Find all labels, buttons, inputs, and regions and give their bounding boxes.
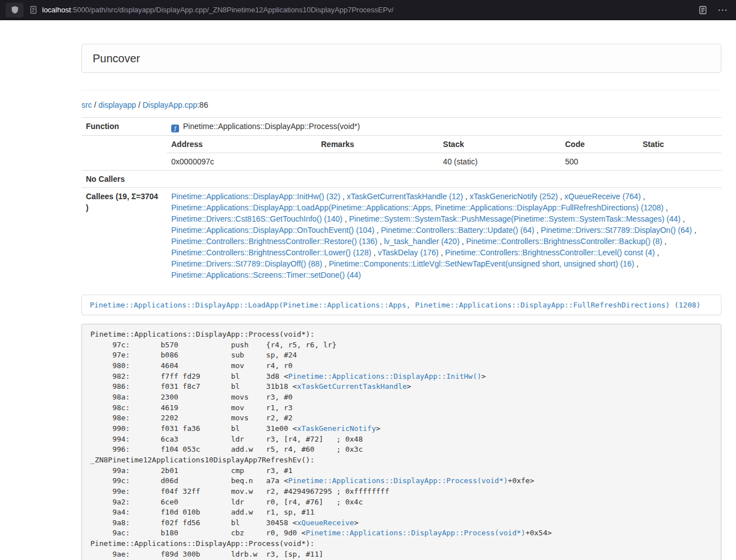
symbol-panel: Pinetime::Applications::DisplayApp::Load…	[81, 295, 721, 315]
disassembly-line: Pinetime::Applications::DisplayApp::Proc…	[90, 329, 712, 340]
stack-value: 40 (static)	[438, 153, 560, 171]
symbol-panel-link[interactable]: Pinetime::Applications::DisplayApp::Load…	[90, 301, 701, 309]
callee-link[interactable]: Pinetime::Controllers::BrightnessControl…	[171, 248, 371, 257]
function-table: Function ƒPinetime::Applications::Displa…	[81, 117, 721, 283]
callee-link[interactable]: Pinetime::Controllers::BrightnessControl…	[466, 237, 662, 246]
column-header-static: Static	[638, 136, 721, 153]
empty-row-label	[81, 136, 167, 171]
column-header-address: Address	[167, 136, 317, 153]
code-value: 500	[560, 153, 638, 171]
function-row-label: Function	[81, 118, 167, 136]
callee-link[interactable]: Pinetime::Applications::DisplayApp::OnTo…	[171, 226, 374, 235]
breadcrumb-link[interactable]: src	[81, 100, 92, 109]
callee-link[interactable]: vTaskDelay (176)	[378, 248, 438, 257]
page-container: Puncover src / displayapp / DisplayApp.c…	[81, 44, 721, 560]
disassembly-line: 99a: 2b01 cmp r3, #1	[90, 466, 712, 476]
disassembly-line: 9a2: 6ce0 ldr r0, [r4, #76] ; 0x4c	[90, 497, 712, 508]
callee-link[interactable]: Pinetime::Drivers::Cst816S::GetTouchInfo…	[171, 214, 342, 223]
disassembly-line: _ZN8Pinetime12Applications10DisplayApp7R…	[90, 455, 712, 466]
disassembly-line: 994: 6ca3 ldr r3, [r4, #72] ; 0x48	[90, 434, 712, 445]
disassembly-line: 97c: b570 push {r4, r5, r6, lr}	[90, 340, 712, 351]
column-header-stack: Stack	[438, 136, 560, 153]
address-table-row: AddressRemarksStackCodeStatic 0x0000097c…	[81, 136, 721, 171]
no-callers-label: No Callers	[81, 171, 167, 188]
app-title-panel: Puncover	[81, 44, 721, 73]
page-icon	[29, 6, 38, 14]
callees-label: Callees (19, Σ=3704 )	[81, 188, 167, 284]
disassembly-line: 9ac: b180 cbz r0, 9d0 <Pinetime::Applica…	[90, 528, 712, 539]
breadcrumb-link[interactable]: DisplayApp.cpp	[143, 100, 197, 109]
disassembly-line: 98a: 2300 movs r3, #0	[90, 392, 712, 403]
symbol-link[interactable]: Pinetime::Applications::DisplayApp::Init…	[288, 372, 481, 380]
callee-link[interactable]: Pinetime::Drivers::St7789::DisplayOn() (…	[541, 226, 692, 235]
tracking-protection-button[interactable]	[6, 3, 24, 17]
static-value	[638, 153, 721, 171]
function-icon: ƒ	[171, 125, 179, 132]
no-callers-row: No Callers	[81, 171, 721, 188]
address-table-value-row: 0x0000097c 40 (static) 500	[167, 153, 721, 171]
address-value: 0x0000097c	[167, 153, 317, 171]
more-menu-button[interactable]: ⋯	[717, 5, 728, 15]
disassembly-line: 990: f031 fa36 bl 31e00 <xTaskGenericNot…	[90, 424, 712, 434]
no-callers-cell	[167, 171, 721, 188]
address-table-header-row: AddressRemarksStackCodeStatic	[167, 136, 721, 153]
callee-link[interactable]: Pinetime::Applications::DisplayApp::Init…	[171, 192, 340, 201]
disassembly-code: Pinetime::Applications::DisplayApp::Proc…	[81, 324, 721, 560]
callees-row: Callees (19, Σ=3704 ) Pinetime::Applicat…	[81, 188, 721, 284]
symbol-link[interactable]: xTaskGenericNotify	[297, 424, 376, 433]
url-host: localhost	[42, 6, 71, 14]
disassembly-line: 99c: d06d beq.n a7a <Pinetime::Applicati…	[90, 476, 712, 486]
address-table-cell: AddressRemarksStackCodeStatic 0x0000097c…	[167, 136, 721, 171]
symbol-link[interactable]: Pinetime::Applications::DisplayApp::Proc…	[306, 529, 525, 537]
disassembly-line: 982: f7ff fd29 bl 3d8 <Pinetime::Applica…	[90, 371, 712, 382]
toolbar-actions: ⋯	[698, 5, 728, 15]
callee-link[interactable]: Pinetime::Components::LittleVgl::SetNewT…	[329, 259, 634, 268]
callee-link[interactable]: Pinetime::Applications::Screens::Timer::…	[171, 270, 361, 279]
address-table: AddressRemarksStackCodeStatic 0x0000097c…	[167, 136, 721, 170]
callee-link[interactable]: Pinetime::System::SystemTask::PushMessag…	[349, 214, 681, 223]
page-title: Puncover	[93, 52, 140, 65]
divider	[81, 90, 721, 90]
callee-link[interactable]: Pinetime::Controllers::Battery::Update()…	[381, 226, 534, 235]
url-text: localhost:5000/path/src/displayapp/Displ…	[42, 6, 394, 14]
disassembly-line: 9a8: f02f fd56 bl 30458 <xQueueReceive>	[90, 518, 712, 529]
remarks-value	[317, 153, 438, 171]
callee-link[interactable]: lv_task_handler (420)	[384, 237, 460, 246]
callee-link[interactable]: Pinetime::Drivers::St7789::DisplayOff() …	[171, 259, 322, 268]
disassembly-line: 97e: b086 sub sp, #24	[90, 350, 712, 361]
disassembly-line: Pinetime::Applications::DisplayApp::Proc…	[90, 539, 712, 549]
url-path: :5000/path/src/displayapp/DisplayApp.cpp…	[71, 6, 394, 14]
column-header-code: Code	[560, 136, 638, 153]
symbol-link[interactable]: xTaskGetCurrentTaskHandle	[297, 382, 407, 391]
callees-list: Pinetime::Applications::DisplayApp::Init…	[167, 188, 721, 284]
callee-link[interactable]: Pinetime::Controllers::BrightnessControl…	[171, 237, 377, 246]
column-header-remarks: Remarks	[317, 136, 438, 153]
disassembly-line: 99e: f04f 32ff mov.w r2, #4294967295 ; 0…	[90, 486, 712, 497]
reader-view-icon	[698, 6, 707, 15]
disassembly-line: 980: 4604 mov r4, r0	[90, 361, 712, 371]
disassembly-line: 996: f104 053c add.w r5, r4, #60 ; 0x3c	[90, 444, 712, 455]
disassembly-line: 9a4: f10d 010b add.w r1, sp, #11	[90, 507, 712, 518]
disassembly-line: 98c: 4619 mov r1, r3	[90, 403, 712, 414]
function-name: Pinetime::Applications::DisplayApp::Proc…	[183, 122, 360, 131]
function-name-cell: ƒPinetime::Applications::DisplayApp::Pro…	[167, 118, 721, 136]
browser-toolbar: localhost:5000/path/src/displayapp/Displ…	[0, 0, 736, 20]
callee-link[interactable]: xQueueReceive (764)	[564, 192, 641, 201]
breadcrumb-link[interactable]: displayapp	[98, 100, 136, 109]
disassembly-line: 9ae: f89d 300b ldrb.w r3, [sp, #11]	[90, 549, 712, 560]
callee-link[interactable]: xTaskGetCurrentTaskHandle (12)	[347, 192, 463, 201]
disassembly-line: 98e: 2202 movs r2, #2	[90, 413, 712, 424]
breadcrumb: src / displayapp / DisplayApp.cpp:86	[81, 99, 721, 111]
symbol-link[interactable]: Pinetime::Applications::DisplayApp::Proc…	[288, 476, 508, 485]
callee-link[interactable]: Pinetime::Applications::DisplayApp::Load…	[171, 203, 664, 212]
disassembly-line: 986: f031 f8c7 bl 31b18 <xTaskGetCurrent…	[90, 382, 712, 392]
reader-view-button[interactable]	[698, 6, 707, 15]
shield-icon	[11, 6, 19, 14]
callee-link[interactable]: xTaskGenericNotify (252)	[469, 192, 557, 201]
url-bar[interactable]: localhost:5000/path/src/displayapp/Displ…	[29, 6, 693, 14]
function-row: Function ƒPinetime::Applications::Displa…	[81, 118, 721, 136]
symbol-link[interactable]: xQueueReceive	[297, 518, 354, 527]
callee-link[interactable]: Pinetime::Controllers::BrightnessControl…	[445, 248, 655, 257]
